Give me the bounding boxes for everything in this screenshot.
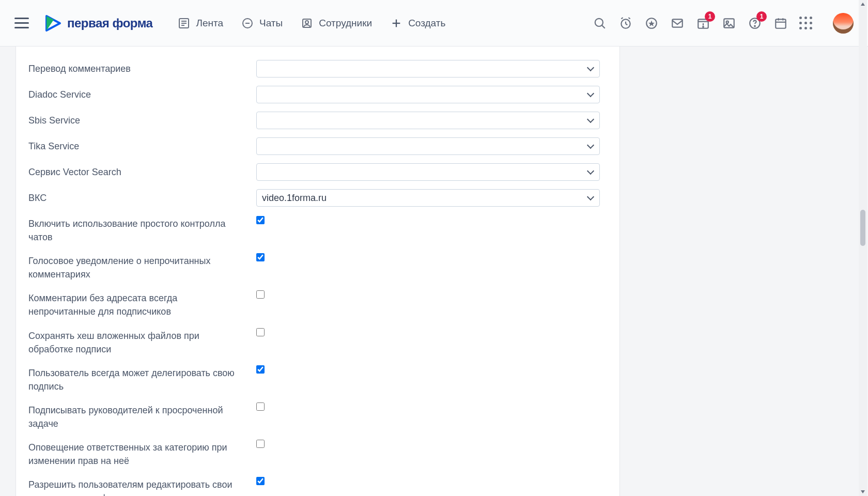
label-checkbox-5: Подписывать руководителей к просроченной… — [16, 401, 256, 430]
page-scrollbar[interactable] — [859, 0, 867, 496]
user-avatar[interactable] — [833, 13, 854, 34]
svg-line-13 — [602, 25, 605, 28]
row-vks: ВКС video.1forma.ru — [16, 185, 619, 211]
nav-employees-label: Сотрудники — [319, 18, 372, 29]
label-checkbox-2: Комментарии без адресата всегда непрочит… — [16, 289, 256, 318]
row-checkbox-6: Оповещение ответственных за категорию пр… — [16, 435, 619, 472]
scroll-up-arrow[interactable] — [859, 0, 867, 8]
chat-icon — [241, 17, 254, 30]
select-diadoc[interactable] — [256, 86, 600, 103]
checkbox-4[interactable] — [256, 365, 265, 374]
search-icon[interactable] — [592, 16, 608, 31]
svg-line-16 — [626, 24, 627, 25]
svg-point-27 — [726, 21, 729, 23]
label-translate-comments: Перевод комментариев — [16, 60, 256, 75]
menu-burger-button[interactable] — [14, 14, 33, 33]
select-translate-comments[interactable] — [256, 60, 600, 78]
inbox-icon[interactable] — [670, 16, 685, 31]
row-checkbox-7: Разрешить пользователям редактировать св… — [16, 472, 619, 496]
svg-marker-34 — [861, 3, 865, 6]
row-checkbox-3: Сохранять хеш вложенных файлов при обраб… — [16, 323, 619, 360]
checkbox-1[interactable] — [256, 253, 265, 261]
label-checkbox-3: Сохранять хеш вложенных файлов при обраб… — [16, 327, 256, 356]
svg-marker-35 — [861, 490, 865, 493]
svg-line-17 — [621, 18, 623, 19]
employees-icon — [300, 17, 314, 30]
label-checkbox-0: Включить использование простого контролл… — [16, 215, 256, 244]
checkbox-6[interactable] — [256, 440, 265, 448]
label-checkbox-4: Пользователь всегда может делегировать с… — [16, 364, 256, 393]
nav-create[interactable]: Создать — [390, 17, 445, 30]
svg-point-9 — [305, 21, 308, 24]
checkbox-5[interactable] — [256, 402, 265, 411]
row-vector-search: Сервис Vector Search — [16, 159, 619, 185]
scroll-down-arrow[interactable] — [859, 488, 867, 496]
alert-calendar-icon[interactable]: 1 — [695, 16, 711, 31]
row-checkbox-5: Подписывать руководителей к просроченной… — [16, 397, 619, 435]
nav-create-label: Создать — [408, 18, 445, 29]
row-diadoc: Diadoc Service — [16, 82, 619, 107]
header-actions: 1 1 — [592, 13, 854, 34]
apps-grid-icon[interactable] — [799, 17, 812, 30]
svg-point-12 — [595, 18, 603, 26]
row-checkbox-4: Пользователь всегда может делегировать с… — [16, 360, 619, 397]
nav-feed-label: Лента — [196, 18, 223, 29]
row-checkbox-1: Голосовое уведомление о непрочитанных ко… — [16, 248, 619, 285]
label-vks: ВКС — [16, 189, 256, 205]
calendar-icon[interactable] — [773, 16, 788, 31]
app-header: первая форма Лента Чаты Сотрудники Созда… — [0, 0, 868, 47]
svg-rect-21 — [672, 19, 683, 27]
label-checkbox-6: Оповещение ответственных за категорию пр… — [16, 439, 256, 468]
select-vks[interactable]: video.1forma.ru — [256, 189, 600, 207]
label-sbis: Sbis Service — [16, 112, 256, 127]
alarm-icon[interactable] — [618, 16, 633, 31]
brand-logo[interactable]: первая форма — [43, 14, 152, 33]
label-diadoc: Diadoc Service — [16, 86, 256, 101]
scroll-thumb[interactable] — [860, 210, 865, 246]
label-tika: Tika Service — [16, 137, 256, 153]
svg-rect-30 — [776, 19, 786, 28]
label-checkbox-1: Голосовое уведомление о непрочитанных ко… — [16, 252, 256, 281]
brand-name: первая форма — [67, 16, 152, 30]
checkbox-7[interactable] — [256, 477, 265, 485]
checkbox-2[interactable] — [256, 290, 265, 299]
top-nav: Лента Чаты Сотрудники Создать — [177, 17, 445, 30]
help-icon[interactable]: 1 — [747, 16, 763, 31]
settings-form: Перевод комментариев Diadoc Service Sbis… — [16, 47, 620, 496]
picture-icon[interactable] — [721, 16, 737, 31]
logo-icon — [43, 14, 62, 33]
nav-chats[interactable]: Чаты — [241, 17, 283, 30]
alert-badge: 1 — [705, 11, 715, 22]
content-area: Перевод комментариев Diadoc Service Sbis… — [16, 47, 853, 496]
feed-icon — [177, 17, 191, 30]
select-vector-search[interactable] — [256, 163, 600, 181]
row-checkbox-2: Комментарии без адресата всегда непрочит… — [16, 285, 619, 322]
select-sbis[interactable] — [256, 112, 600, 129]
svg-point-25 — [703, 26, 704, 27]
scroll-track[interactable] — [859, 8, 867, 488]
checkbox-0[interactable] — [256, 216, 265, 224]
row-checkbox-0: Включить использование простого контролл… — [16, 211, 619, 248]
svg-point-29 — [754, 25, 755, 26]
row-sbis: Sbis Service — [16, 107, 619, 133]
nav-chats-label: Чаты — [259, 18, 283, 29]
nav-employees[interactable]: Сотрудники — [300, 17, 372, 30]
svg-marker-20 — [648, 20, 655, 26]
label-vector-search: Сервис Vector Search — [16, 163, 256, 179]
svg-line-18 — [628, 18, 630, 19]
checkbox-3[interactable] — [256, 328, 265, 336]
plus-icon — [390, 17, 403, 30]
help-badge: 1 — [756, 11, 767, 22]
select-tika[interactable] — [256, 137, 600, 155]
nav-feed[interactable]: Лента — [177, 17, 223, 30]
row-tika: Tika Service — [16, 133, 619, 159]
label-checkbox-7: Разрешить пользователям редактировать св… — [16, 476, 256, 496]
favorite-icon[interactable] — [644, 16, 659, 31]
row-translate-comments: Перевод комментариев — [16, 56, 619, 82]
